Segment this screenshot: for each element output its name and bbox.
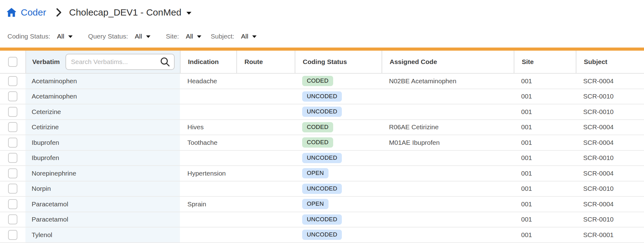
search-icon[interactable] <box>160 57 170 69</box>
site-cell: 001 <box>514 74 576 89</box>
site-cell: 001 <box>514 227 576 242</box>
indication-cell: Toothache <box>180 135 236 150</box>
coding-status-cell: CODED <box>295 135 382 150</box>
filter-coding-status: Coding Status: All <box>7 33 73 40</box>
row-checkbox[interactable] <box>8 107 17 117</box>
chevron-down-icon <box>146 35 150 38</box>
verbatim-cell: Acetaminophen <box>25 74 180 89</box>
route-cell <box>236 104 295 119</box>
route-cell <box>236 166 295 181</box>
column-header-indication: Indication <box>180 51 236 73</box>
select-all-checkbox[interactable] <box>8 57 17 67</box>
coding-status-cell: UNCODED <box>295 181 382 196</box>
site-dropdown[interactable]: All <box>186 33 201 40</box>
site-cell: 001 <box>514 181 576 196</box>
verbatim-cell: Cetirizine <box>25 120 180 135</box>
assigned-code-cell <box>382 166 514 181</box>
coding-status-cell: OPEN <box>295 197 382 212</box>
coding-status-cell: UNCODED <box>295 212 382 227</box>
coding-status-dropdown[interactable]: All <box>57 33 73 40</box>
subject-cell: SCR-0004 <box>576 197 644 212</box>
coding-status-cell: UNCODED <box>295 227 382 242</box>
status-badge: CODED <box>302 122 333 132</box>
status-badge: OPEN <box>302 199 329 209</box>
filter-subject: Subject: All <box>211 33 257 40</box>
chevron-down-icon <box>68 35 73 38</box>
row-checkbox[interactable] <box>8 184 17 194</box>
route-cell <box>236 227 295 242</box>
chevron-down-icon <box>197 35 201 38</box>
status-badge: UNCODED <box>302 91 342 102</box>
site-cell: 001 <box>514 135 576 150</box>
table-row: Paracetamol UNCODED 001 SCR-0010 <box>0 212 644 228</box>
subject-cell: SCR-0004 <box>576 135 644 150</box>
study-selector-dropdown[interactable]: Cholecap_DEV1 - ConMed <box>69 7 191 18</box>
assigned-code-cell: M01AE Ibuprofen <box>382 135 514 150</box>
subject-cell: SCR-0010 <box>576 89 644 104</box>
query-status-dropdown[interactable]: All <box>135 33 150 40</box>
filter-label: Query Status: <box>88 33 128 40</box>
status-badge: CODED <box>302 76 333 86</box>
status-badge: UNCODED <box>302 230 342 240</box>
row-checkbox[interactable] <box>8 91 17 101</box>
indication-cell <box>180 89 236 104</box>
row-checkbox[interactable] <box>8 153 17 163</box>
coding-status-cell: OPEN <box>295 166 382 181</box>
chevron-down-icon <box>186 12 191 15</box>
coding-status-cell: UNCODED <box>295 104 382 119</box>
subject-cell: SCR-0010 <box>576 181 644 196</box>
table-row: Acetaminophen UNCODED 001 SCR-0010 <box>0 89 644 105</box>
accent-divider <box>0 48 644 51</box>
status-badge: OPEN <box>302 168 329 178</box>
verbatim-cell: Acetaminophen <box>25 89 180 104</box>
row-checkbox[interactable] <box>8 138 17 148</box>
route-cell <box>236 197 295 212</box>
site-cell: 001 <box>514 197 576 212</box>
assigned-code-cell <box>382 181 514 196</box>
table-row: Paracetamol Sprain OPEN 001 SCR-0004 <box>0 197 644 212</box>
site-cell: 001 <box>514 104 576 119</box>
column-header-coding-status: Coding Status <box>295 51 382 73</box>
row-checkbox[interactable] <box>8 168 17 178</box>
column-header-route: Route <box>236 51 295 73</box>
assigned-code-cell: N02BE Acetaminophen <box>382 74 514 89</box>
verbatim-cell: Ibuprofen <box>25 151 180 166</box>
subject-cell: SCR-0010 <box>576 151 644 166</box>
table-row: Norepinephrine Hypertension OPEN 001 SCR… <box>0 166 644 181</box>
breadcrumb-chevron-icon <box>55 8 62 17</box>
coding-status-cell: UNCODED <box>295 89 382 104</box>
verbatim-cell: Paracetamol <box>25 212 180 227</box>
subject-dropdown[interactable]: All <box>241 33 257 40</box>
column-header-verbatim: Verbatim <box>25 51 180 73</box>
subject-cell: SCR-0004 <box>576 74 644 89</box>
row-checkbox[interactable] <box>8 214 17 224</box>
indication-cell <box>180 181 236 196</box>
indication-cell <box>180 104 236 119</box>
coder-home-link[interactable]: Coder <box>6 7 46 18</box>
subject-cell: SCR-0010 <box>576 212 644 227</box>
filter-label: Coding Status: <box>7 33 50 40</box>
row-checkbox[interactable] <box>8 199 17 209</box>
row-checkbox[interactable] <box>8 230 17 240</box>
column-header-subject: Subject <box>576 51 644 73</box>
chevron-down-icon <box>252 35 257 38</box>
verbatim-cell: Tylenol <box>25 227 180 242</box>
row-checkbox[interactable] <box>8 122 17 132</box>
status-badge: UNCODED <box>302 184 342 194</box>
home-icon <box>6 7 17 17</box>
verbatim-search <box>65 54 175 70</box>
assigned-code-cell <box>382 197 514 212</box>
route-cell <box>236 120 295 135</box>
table-row: Ibuprofen Toothache CODED M01AE Ibuprofe… <box>0 135 644 151</box>
row-checkbox[interactable] <box>8 76 17 86</box>
assigned-code-cell: R06AE Cetirizine <box>382 120 514 135</box>
site-cell: 001 <box>514 212 576 227</box>
verbatim-cell: Norpin <box>25 181 180 196</box>
table-row: Cetirizine Hives CODED R06AE Cetirizine … <box>0 120 644 135</box>
search-input[interactable] <box>65 54 175 70</box>
filter-label: Subject: <box>211 33 234 40</box>
indication-cell: Headache <box>180 74 236 89</box>
table-row: Tylenol UNCODED 001 SCR-0001 <box>0 227 644 243</box>
verbatim-cell: Ibuprofen <box>25 135 180 150</box>
route-cell <box>236 89 295 104</box>
